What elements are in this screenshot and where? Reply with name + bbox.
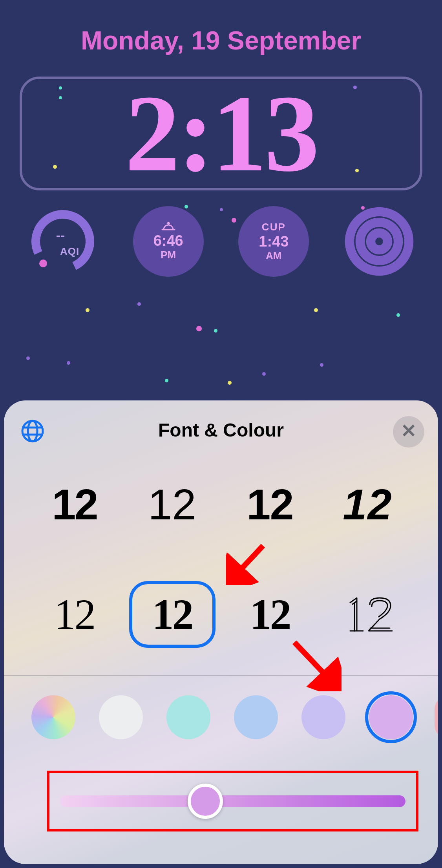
- color-white[interactable]: [95, 691, 147, 743]
- outline-12-icon: [340, 595, 395, 634]
- font-option-5[interactable]: 12: [31, 581, 118, 648]
- color-pink[interactable]: [433, 691, 438, 743]
- color-mint[interactable]: [163, 691, 214, 743]
- svg-point-4: [28, 421, 37, 441]
- svg-point-2: [371, 233, 387, 250]
- font-option-4[interactable]: 12: [325, 471, 411, 538]
- activity-rings-widget[interactable]: [344, 206, 415, 277]
- lock-screen-date: Monday, 19 September: [0, 26, 442, 55]
- color-slider[interactable]: [60, 795, 405, 807]
- svg-line-10: [294, 642, 330, 680]
- color-sky[interactable]: [230, 691, 282, 743]
- svg-point-3: [22, 421, 43, 441]
- world-clock-city: CUP: [262, 221, 286, 233]
- font-option-3[interactable]: 12: [227, 471, 313, 538]
- color-section: [4, 675, 438, 831]
- clock-container[interactable]: 2:13: [20, 77, 422, 190]
- svg-line-8: [236, 546, 263, 575]
- globe-icon: [21, 419, 44, 443]
- sunset-widget[interactable]: 6:46 PM: [133, 206, 204, 277]
- font-grid: 12 12 12 12 12 12 12: [4, 459, 438, 675]
- color-lavender[interactable]: [298, 691, 349, 743]
- annotation-arrow-color: [287, 636, 342, 691]
- widgets-row: -- AQI 6:46 PM CUP 1:43 AM: [27, 206, 415, 277]
- sunset-period: PM: [161, 249, 176, 261]
- close-button[interactable]: ✕: [393, 416, 424, 448]
- sunset-icon: [161, 222, 176, 233]
- svg-point-1: [360, 222, 398, 260]
- language-button[interactable]: [18, 416, 47, 446]
- panel-title: Font & Colour: [158, 419, 284, 441]
- activity-rings-icon: [344, 206, 415, 277]
- world-clock-time: 1:43: [259, 234, 289, 249]
- annotation-arrow-font: [226, 542, 269, 585]
- color-violet-selected[interactable]: [365, 691, 417, 743]
- aqi-widget[interactable]: -- AQI: [27, 206, 98, 277]
- color-slider-thumb[interactable]: [188, 784, 223, 819]
- clock-time: 2:13: [125, 79, 317, 188]
- aqi-label: AQI: [41, 245, 98, 258]
- font-option-1[interactable]: 12: [31, 471, 118, 538]
- annotation-slider-highlight: [47, 771, 418, 831]
- world-clock-period: AM: [266, 250, 281, 262]
- world-clock-widget[interactable]: CUP 1:43 AM: [238, 206, 309, 277]
- color-swatch-row[interactable]: [27, 691, 438, 743]
- font-option-2[interactable]: 12: [129, 471, 216, 538]
- font-colour-panel: Font & Colour ✕ 12 12 12 12 12 12 12: [4, 400, 438, 864]
- close-icon: ✕: [401, 422, 416, 440]
- aqi-value: --: [27, 228, 93, 243]
- font-option-6-selected[interactable]: 12: [129, 581, 216, 648]
- color-rainbow[interactable]: [27, 691, 79, 743]
- sunset-time: 6:46: [153, 233, 183, 248]
